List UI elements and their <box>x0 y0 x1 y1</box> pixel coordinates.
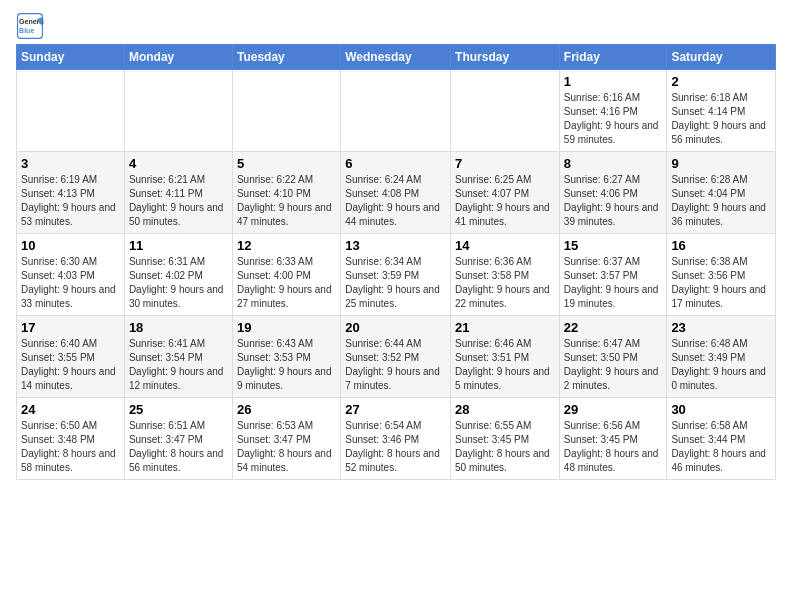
day-info: Sunrise: 6:51 AM Sunset: 3:47 PM Dayligh… <box>129 419 228 475</box>
day-info: Sunrise: 6:44 AM Sunset: 3:52 PM Dayligh… <box>345 337 446 393</box>
day-info: Sunrise: 6:53 AM Sunset: 3:47 PM Dayligh… <box>237 419 336 475</box>
svg-rect-0 <box>18 14 43 39</box>
day-number: 16 <box>671 238 771 253</box>
day-number: 2 <box>671 74 771 89</box>
day-number: 13 <box>345 238 446 253</box>
day-info: Sunrise: 6:28 AM Sunset: 4:04 PM Dayligh… <box>671 173 771 229</box>
calendar-week-2: 3Sunrise: 6:19 AM Sunset: 4:13 PM Daylig… <box>17 152 776 234</box>
day-number: 12 <box>237 238 336 253</box>
calendar-cell: 4Sunrise: 6:21 AM Sunset: 4:11 PM Daylig… <box>124 152 232 234</box>
weekday-header-tuesday: Tuesday <box>232 45 340 70</box>
day-info: Sunrise: 6:37 AM Sunset: 3:57 PM Dayligh… <box>564 255 663 311</box>
day-number: 15 <box>564 238 663 253</box>
day-number: 27 <box>345 402 446 417</box>
day-info: Sunrise: 6:25 AM Sunset: 4:07 PM Dayligh… <box>455 173 555 229</box>
day-number: 21 <box>455 320 555 335</box>
calendar-cell: 30Sunrise: 6:58 AM Sunset: 3:44 PM Dayli… <box>667 398 776 480</box>
day-number: 6 <box>345 156 446 171</box>
calendar-cell: 29Sunrise: 6:56 AM Sunset: 3:45 PM Dayli… <box>559 398 667 480</box>
day-info: Sunrise: 6:21 AM Sunset: 4:11 PM Dayligh… <box>129 173 228 229</box>
calendar-cell: 10Sunrise: 6:30 AM Sunset: 4:03 PM Dayli… <box>17 234 125 316</box>
day-number: 3 <box>21 156 120 171</box>
calendar-cell: 26Sunrise: 6:53 AM Sunset: 3:47 PM Dayli… <box>232 398 340 480</box>
day-number: 29 <box>564 402 663 417</box>
day-info: Sunrise: 6:24 AM Sunset: 4:08 PM Dayligh… <box>345 173 446 229</box>
calendar-cell: 23Sunrise: 6:48 AM Sunset: 3:49 PM Dayli… <box>667 316 776 398</box>
day-number: 17 <box>21 320 120 335</box>
day-number: 23 <box>671 320 771 335</box>
weekday-header-wednesday: Wednesday <box>341 45 451 70</box>
day-info: Sunrise: 6:46 AM Sunset: 3:51 PM Dayligh… <box>455 337 555 393</box>
day-number: 5 <box>237 156 336 171</box>
calendar-week-3: 10Sunrise: 6:30 AM Sunset: 4:03 PM Dayli… <box>17 234 776 316</box>
day-info: Sunrise: 6:19 AM Sunset: 4:13 PM Dayligh… <box>21 173 120 229</box>
day-number: 18 <box>129 320 228 335</box>
calendar-cell: 6Sunrise: 6:24 AM Sunset: 4:08 PM Daylig… <box>341 152 451 234</box>
calendar-cell: 15Sunrise: 6:37 AM Sunset: 3:57 PM Dayli… <box>559 234 667 316</box>
day-number: 14 <box>455 238 555 253</box>
calendar-week-4: 17Sunrise: 6:40 AM Sunset: 3:55 PM Dayli… <box>17 316 776 398</box>
weekday-header-monday: Monday <box>124 45 232 70</box>
day-number: 11 <box>129 238 228 253</box>
day-number: 20 <box>345 320 446 335</box>
day-number: 8 <box>564 156 663 171</box>
day-number: 4 <box>129 156 228 171</box>
calendar-cell: 24Sunrise: 6:50 AM Sunset: 3:48 PM Dayli… <box>17 398 125 480</box>
calendar-cell: 7Sunrise: 6:25 AM Sunset: 4:07 PM Daylig… <box>451 152 560 234</box>
day-info: Sunrise: 6:50 AM Sunset: 3:48 PM Dayligh… <box>21 419 120 475</box>
calendar-week-5: 24Sunrise: 6:50 AM Sunset: 3:48 PM Dayli… <box>17 398 776 480</box>
calendar-cell <box>124 70 232 152</box>
calendar-week-1: 1Sunrise: 6:16 AM Sunset: 4:16 PM Daylig… <box>17 70 776 152</box>
day-info: Sunrise: 6:36 AM Sunset: 3:58 PM Dayligh… <box>455 255 555 311</box>
calendar-cell: 12Sunrise: 6:33 AM Sunset: 4:00 PM Dayli… <box>232 234 340 316</box>
day-number: 25 <box>129 402 228 417</box>
day-info: Sunrise: 6:48 AM Sunset: 3:49 PM Dayligh… <box>671 337 771 393</box>
calendar-cell: 19Sunrise: 6:43 AM Sunset: 3:53 PM Dayli… <box>232 316 340 398</box>
day-info: Sunrise: 6:30 AM Sunset: 4:03 PM Dayligh… <box>21 255 120 311</box>
day-info: Sunrise: 6:43 AM Sunset: 3:53 PM Dayligh… <box>237 337 336 393</box>
calendar-cell: 18Sunrise: 6:41 AM Sunset: 3:54 PM Dayli… <box>124 316 232 398</box>
day-number: 10 <box>21 238 120 253</box>
day-info: Sunrise: 6:34 AM Sunset: 3:59 PM Dayligh… <box>345 255 446 311</box>
day-number: 19 <box>237 320 336 335</box>
calendar-cell <box>17 70 125 152</box>
day-info: Sunrise: 6:22 AM Sunset: 4:10 PM Dayligh… <box>237 173 336 229</box>
calendar-cell: 11Sunrise: 6:31 AM Sunset: 4:02 PM Dayli… <box>124 234 232 316</box>
day-number: 26 <box>237 402 336 417</box>
calendar-cell: 28Sunrise: 6:55 AM Sunset: 3:45 PM Dayli… <box>451 398 560 480</box>
day-number: 22 <box>564 320 663 335</box>
calendar-cell <box>341 70 451 152</box>
calendar-cell: 5Sunrise: 6:22 AM Sunset: 4:10 PM Daylig… <box>232 152 340 234</box>
day-number: 24 <box>21 402 120 417</box>
day-info: Sunrise: 6:54 AM Sunset: 3:46 PM Dayligh… <box>345 419 446 475</box>
calendar-cell: 20Sunrise: 6:44 AM Sunset: 3:52 PM Dayli… <box>341 316 451 398</box>
calendar-cell: 3Sunrise: 6:19 AM Sunset: 4:13 PM Daylig… <box>17 152 125 234</box>
calendar-cell: 9Sunrise: 6:28 AM Sunset: 4:04 PM Daylig… <box>667 152 776 234</box>
weekday-header-thursday: Thursday <box>451 45 560 70</box>
day-number: 28 <box>455 402 555 417</box>
weekday-header-saturday: Saturday <box>667 45 776 70</box>
day-info: Sunrise: 6:18 AM Sunset: 4:14 PM Dayligh… <box>671 91 771 147</box>
calendar-cell: 16Sunrise: 6:38 AM Sunset: 3:56 PM Dayli… <box>667 234 776 316</box>
weekday-header-row: SundayMondayTuesdayWednesdayThursdayFrid… <box>17 45 776 70</box>
day-info: Sunrise: 6:27 AM Sunset: 4:06 PM Dayligh… <box>564 173 663 229</box>
day-info: Sunrise: 6:41 AM Sunset: 3:54 PM Dayligh… <box>129 337 228 393</box>
weekday-header-sunday: Sunday <box>17 45 125 70</box>
day-info: Sunrise: 6:31 AM Sunset: 4:02 PM Dayligh… <box>129 255 228 311</box>
calendar-cell: 21Sunrise: 6:46 AM Sunset: 3:51 PM Dayli… <box>451 316 560 398</box>
day-number: 1 <box>564 74 663 89</box>
calendar-cell <box>232 70 340 152</box>
calendar-cell: 1Sunrise: 6:16 AM Sunset: 4:16 PM Daylig… <box>559 70 667 152</box>
calendar-table: SundayMondayTuesdayWednesdayThursdayFrid… <box>16 44 776 480</box>
logo: General Blue <box>16 12 48 40</box>
day-number: 7 <box>455 156 555 171</box>
calendar-cell: 17Sunrise: 6:40 AM Sunset: 3:55 PM Dayli… <box>17 316 125 398</box>
svg-text:Blue: Blue <box>19 27 34 34</box>
day-info: Sunrise: 6:38 AM Sunset: 3:56 PM Dayligh… <box>671 255 771 311</box>
day-number: 30 <box>671 402 771 417</box>
calendar-cell: 22Sunrise: 6:47 AM Sunset: 3:50 PM Dayli… <box>559 316 667 398</box>
calendar-cell: 25Sunrise: 6:51 AM Sunset: 3:47 PM Dayli… <box>124 398 232 480</box>
day-info: Sunrise: 6:58 AM Sunset: 3:44 PM Dayligh… <box>671 419 771 475</box>
day-info: Sunrise: 6:16 AM Sunset: 4:16 PM Dayligh… <box>564 91 663 147</box>
day-number: 9 <box>671 156 771 171</box>
